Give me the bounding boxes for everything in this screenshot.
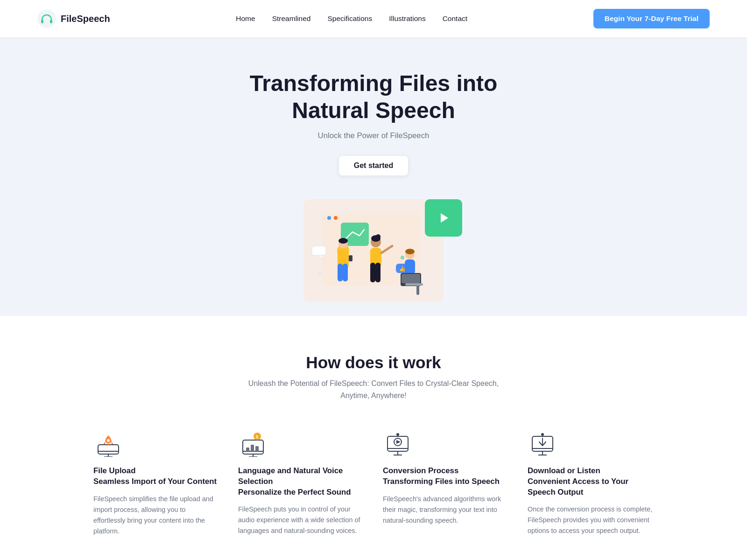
- feature-title-upload: File UploadSeamless Import of Your Conte…: [93, 466, 219, 487]
- feature-desc-conversion: FileSpeech's advanced algorithms work th…: [383, 494, 509, 526]
- svg-marker-54: [396, 440, 401, 444]
- feature-title-voice: Language and Natural Voice SelectionPers…: [238, 466, 364, 497]
- svg-rect-20: [375, 263, 381, 282]
- how-subtitle: Unleash the Potential of FileSpeech: Con…: [243, 378, 504, 401]
- svg-point-23: [405, 249, 415, 254]
- svg-rect-14: [349, 255, 352, 261]
- svg-point-31: [401, 256, 404, 259]
- chart-monitor-icon: $: [240, 432, 266, 457]
- svg-rect-1: [41, 20, 43, 23]
- hero-illustration: 👍: [280, 195, 467, 316]
- logo: FileSpeech: [37, 9, 110, 28]
- svg-point-17: [376, 234, 381, 239]
- how-section: How does it work Unleash the Potential o…: [0, 316, 747, 560]
- nav-links: Home Streamlined Specifications Illustra…: [236, 14, 467, 23]
- nav-streamlined[interactable]: Streamlined: [272, 14, 311, 23]
- svg-point-10: [338, 238, 348, 244]
- how-title: How does it work: [37, 353, 710, 372]
- brand-name: FileSpeech: [61, 14, 110, 24]
- svg-rect-47: [251, 445, 254, 451]
- features-grid: File UploadSeamless Import of Your Conte…: [93, 429, 654, 537]
- svg-rect-13: [343, 264, 348, 281]
- logo-icon: [37, 9, 56, 28]
- feature-icon-download: [528, 429, 557, 459]
- feature-card-upload: File UploadSeamless Import of Your Conte…: [93, 429, 219, 537]
- nav-contact[interactable]: Contact: [443, 14, 467, 23]
- feature-card-download: Download or ListenConvenient Access to Y…: [528, 429, 654, 537]
- svg-point-32: [317, 271, 322, 275]
- nav-illustrations[interactable]: Illustrations: [389, 14, 425, 23]
- feature-desc-upload: FileSpeech simplifies the file upload an…: [93, 494, 219, 537]
- hero-subheadline: Unlock the Power of FileSpeech: [9, 131, 738, 140]
- hero-headline: Transforming Files into Natural Speech: [233, 70, 514, 124]
- feature-icon-upload: [93, 429, 123, 459]
- navbar: FileSpeech Home Streamlined Specificatio…: [0, 0, 747, 37]
- rocket-monitor-icon: [96, 432, 121, 457]
- feature-desc-voice: FileSpeech puts you in control of your a…: [238, 504, 364, 536]
- svg-rect-2: [50, 20, 52, 23]
- hero-section: Transforming Files into Natural Speech U…: [0, 37, 747, 316]
- svg-point-39: [107, 439, 110, 442]
- trial-button[interactable]: Begin Your 7-Day Free Trial: [593, 9, 710, 28]
- feature-title-download: Download or ListenConvenient Access to Y…: [528, 466, 654, 497]
- get-started-button[interactable]: Get started: [338, 155, 409, 176]
- play-monitor-icon: [385, 432, 410, 457]
- download-monitor-icon: [530, 432, 555, 457]
- svg-point-7: [334, 216, 338, 220]
- svg-rect-33: [312, 246, 326, 255]
- feature-title-conversion: Conversion ProcessTransforming Files int…: [383, 466, 509, 487]
- svg-point-6: [327, 216, 331, 220]
- feature-icon-conversion: [383, 429, 413, 459]
- svg-rect-46: [246, 448, 249, 451]
- svg-rect-35: [98, 445, 119, 454]
- svg-rect-12: [338, 264, 343, 281]
- people-illustration: 👍: [294, 204, 453, 316]
- feature-desc-download: Once the conversion process is complete,…: [528, 504, 654, 536]
- feature-icon-voice: $: [238, 429, 268, 459]
- feature-card-conversion: Conversion ProcessTransforming Files int…: [383, 429, 509, 537]
- svg-point-55: [396, 433, 399, 436]
- svg-point-61: [541, 433, 544, 436]
- svg-text:$: $: [256, 434, 258, 439]
- svg-rect-19: [370, 263, 375, 282]
- feature-card-voice: $ Language and Natural Voice SelectionPe…: [238, 429, 364, 537]
- nav-home[interactable]: Home: [236, 14, 255, 23]
- svg-rect-28: [405, 283, 423, 286]
- svg-text:👍: 👍: [399, 266, 406, 272]
- svg-rect-48: [255, 446, 259, 451]
- nav-specifications[interactable]: Specifications: [327, 14, 372, 23]
- svg-point-0: [37, 9, 56, 28]
